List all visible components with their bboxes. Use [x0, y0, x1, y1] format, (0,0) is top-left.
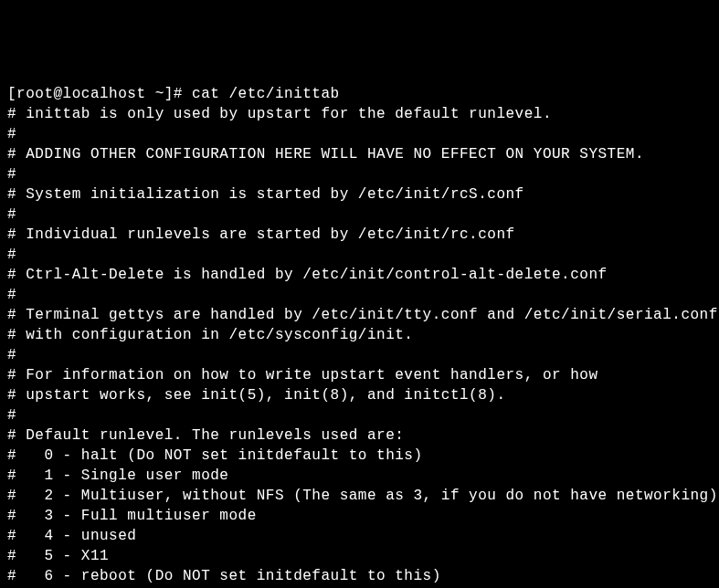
- shell-prompt: [root@localhost ~]#: [7, 86, 192, 102]
- output-line: #: [7, 205, 712, 225]
- output-line: #: [7, 164, 712, 184]
- output-line: # System initialization is started by /e…: [7, 184, 712, 205]
- output-line: # with configuration in /etc/sysconfig/i…: [7, 325, 712, 345]
- output-line: #: [7, 245, 712, 265]
- output-line: # Default runlevel. The runlevels used a…: [7, 425, 712, 446]
- output-line: # 0 - halt (Do NOT set initdefault to th…: [7, 446, 712, 466]
- output-line: # 3 - Full multiuser mode: [7, 506, 712, 526]
- output-line: #: [7, 345, 712, 365]
- output-line: # upstart works, see init(5), init(8), a…: [7, 385, 712, 405]
- command-text: cat /etc/inittab: [192, 86, 340, 102]
- output-line: # 2 - Multiuser, without NFS (The same a…: [7, 486, 712, 506]
- output-line: # ADDING OTHER CONFIGURATION HERE WILL H…: [7, 144, 712, 164]
- output-line: # Individual runlevels are started by /e…: [7, 225, 712, 245]
- output-line: # Ctrl-Alt-Delete is handled by /etc/ini…: [7, 265, 712, 285]
- output-line: # 1 - Single user mode: [7, 466, 712, 486]
- terminal-window[interactable]: [root@localhost ~]# cat /etc/inittab# in…: [7, 84, 712, 588]
- output-line: # 6 - reboot (Do NOT set initdefault to …: [7, 566, 712, 586]
- output-line: # 5 - X11: [7, 546, 712, 566]
- output-line: #: [7, 285, 712, 305]
- output-line: # Terminal gettys are handled by /etc/in…: [7, 305, 712, 325]
- output-line: # For information on how to write upstar…: [7, 365, 712, 385]
- output-line: # 4 - unused: [7, 526, 712, 546]
- output-line: # inittab is only used by upstart for th…: [7, 104, 712, 124]
- output-line: #: [7, 405, 712, 425]
- output-line: #: [7, 124, 712, 144]
- command-line: [root@localhost ~]# cat /etc/inittab: [7, 84, 712, 104]
